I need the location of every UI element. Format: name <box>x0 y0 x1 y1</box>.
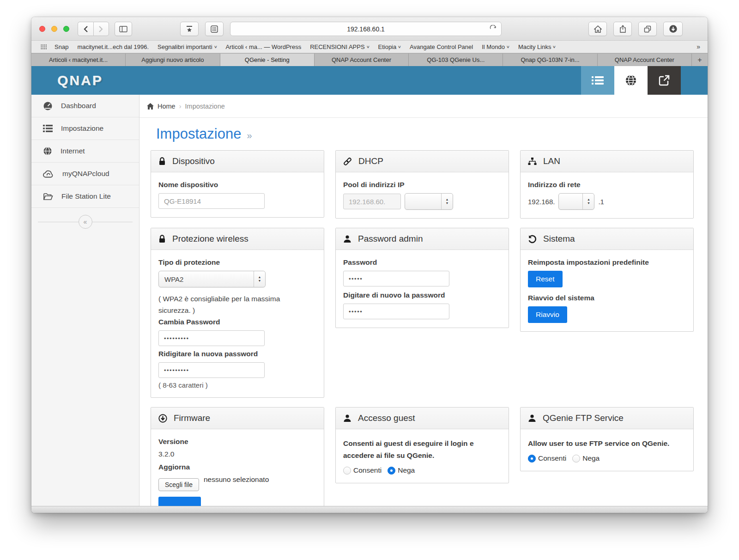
card-title: Accesso guest <box>358 413 415 423</box>
change-password-label: Cambia Password <box>158 318 316 326</box>
reload-icon[interactable] <box>489 25 497 33</box>
bookmarks-overflow-button[interactable]: » <box>697 43 700 50</box>
update-label: Aggiorna <box>158 463 316 471</box>
sidebar-item-file-station[interactable]: File Station Lite <box>31 185 139 208</box>
chevron-down-icon: ∨ <box>213 45 217 49</box>
breadcrumb-home-link[interactable]: Home <box>157 103 176 110</box>
home-icon <box>594 25 602 33</box>
user-icon <box>343 235 351 243</box>
bookmark-item[interactable]: Snap <box>55 43 68 50</box>
choose-file-button[interactable]: Scegli file <box>158 478 199 491</box>
security-note: ( WPA2 è consigliabile per la massima si… <box>158 293 297 316</box>
reboot-label: Riavvio del sistema <box>528 294 686 302</box>
back-icon <box>83 25 88 33</box>
home-button[interactable] <box>588 22 607 36</box>
sidebar-collapse-button[interactable]: « <box>79 215 92 229</box>
chevron-down-icon: ∨ <box>552 45 556 49</box>
bookmark-folder[interactable]: Il Mondo∨ <box>482 43 509 50</box>
back-button[interactable] <box>78 22 93 36</box>
header-menu-button[interactable] <box>581 66 614 95</box>
card-dispositivo: Dispositivo Nome dispositivo QG-E18914 <box>151 150 324 218</box>
reset-button[interactable]: Reset <box>528 271 563 287</box>
user-icon <box>528 414 536 422</box>
security-type-select[interactable]: WPA2 ▲▼ <box>158 271 266 287</box>
guest-allow-radio[interactable] <box>343 467 351 475</box>
reset-label: Reimposta impostazioni predefinite <box>528 258 686 267</box>
header-buttons <box>581 66 681 95</box>
list-icon <box>592 76 604 85</box>
web-page: QNAP Dashboard <box>31 66 708 506</box>
browser-tab[interactable]: Qnap QG-103N 7-in... <box>503 54 597 66</box>
grid-view-button[interactable] <box>205 22 224 36</box>
sidebar-toggle-button[interactable] <box>115 22 132 36</box>
zoom-window-button[interactable] <box>63 26 69 32</box>
header-logout-button[interactable] <box>648 66 681 95</box>
header-language-button[interactable] <box>614 66 648 95</box>
wifi-password-retype-input[interactable]: ••••••••• <box>158 362 265 378</box>
bookmark-folder[interactable]: Segnalibri importanti∨ <box>157 43 217 50</box>
bookmark-item[interactable]: Avangate Control Panel <box>410 43 473 50</box>
reboot-button[interactable]: Riavvio <box>528 306 567 323</box>
card-sistema: Sistema Reimposta impostazioni predefini… <box>520 228 694 332</box>
browser-tab[interactable]: QNAP Account Center <box>315 54 409 66</box>
share-button[interactable] <box>613 22 632 36</box>
guest-description: Consenti ai guest di eseguire il login e… <box>343 438 491 462</box>
downloads-button[interactable] <box>663 22 683 36</box>
qnap-header: QNAP <box>31 66 708 95</box>
browser-tab[interactable]: Aggiungi nuovo articolo <box>126 54 220 66</box>
card-title: DHCP <box>358 156 383 166</box>
qnap-logo: QNAP <box>57 73 103 88</box>
bookmark-item[interactable]: macitynet.it...ech dal 1996. <box>77 43 149 50</box>
bookmarks-grid-icon[interactable] <box>41 44 47 49</box>
card-lan: LAN Indirizzo di rete 192.168. ▲▼ .1 <box>520 150 694 219</box>
bookmarks-bar: Snap macitynet.it...ech dal 1996. Segnal… <box>31 41 708 53</box>
admin-password-retype-input[interactable]: ••••• <box>343 304 449 319</box>
downloads-icon <box>669 24 678 33</box>
card-title: Dispositivo <box>172 156 215 166</box>
tab-overview-button[interactable] <box>638 22 657 36</box>
bookmark-folder[interactable]: RECENSIONI APPS∨ <box>310 43 369 50</box>
ftp-allow-label: Consenti <box>538 454 566 463</box>
external-link-icon <box>658 74 670 86</box>
admin-password-input[interactable]: ••••• <box>343 271 449 286</box>
dhcp-pool-select[interactable]: ▲▼ <box>405 193 453 210</box>
lock-icon <box>158 235 166 243</box>
length-hint: ( 8-63 caratteri ) <box>158 381 316 389</box>
address-bar[interactable]: 192.168.60.1 <box>230 22 502 36</box>
card-ftp-service: QGenie FTP Service Allow user to use FTP… <box>520 407 694 471</box>
wifi-password-input[interactable]: ••••••••• <box>158 330 265 346</box>
browser-tab-active[interactable]: QGenie - Setting <box>220 54 315 66</box>
breadcrumb: Home › Impostazione <box>139 95 708 118</box>
sidebar-item-myqnapcloud[interactable]: myQNAPcloud <box>31 163 139 185</box>
bookmark-folder[interactable]: Macity Links∨ <box>518 43 556 50</box>
browser-tab[interactable]: QNAP Account Center <box>598 54 692 66</box>
forward-icon <box>98 25 103 33</box>
dhcp-pool-input[interactable]: 192.168.60. <box>343 194 401 209</box>
card-title: Protezione wireless <box>172 234 248 244</box>
favorites-button[interactable] <box>180 22 199 36</box>
url-text: 192.168.60.1 <box>347 25 385 33</box>
nav-buttons <box>78 22 109 36</box>
card-protezione-wireless: Protezione wireless Tipo di protezione W… <box>151 228 324 398</box>
chevron-down-icon: ∨ <box>398 45 401 49</box>
sidebar-item-impostazione[interactable]: Impostazione <box>31 117 139 140</box>
card-firmware: Firmware Versione 3.2.0 Aggiorna Scegli … <box>151 407 324 506</box>
browser-tab[interactable]: Articoli ‹ macitynet.it... <box>31 54 126 66</box>
new-tab-button[interactable]: + <box>692 54 708 66</box>
device-name-input[interactable]: QG-E18914 <box>158 193 265 209</box>
forward-button[interactable] <box>93 22 109 36</box>
ftp-allow-radio[interactable] <box>528 455 536 463</box>
lan-subnet-select[interactable]: ▲▼ <box>558 193 594 210</box>
minimize-window-button[interactable] <box>51 26 57 32</box>
ftp-deny-radio[interactable] <box>572 455 580 463</box>
sidebar-item-dashboard[interactable]: Dashboard <box>31 95 139 117</box>
guest-deny-radio[interactable] <box>388 467 395 475</box>
title-marker: » <box>247 130 252 141</box>
firmware-upload-button[interactable] <box>158 497 201 506</box>
close-window-button[interactable] <box>39 26 45 32</box>
sidebar-item-internet[interactable]: Internet <box>31 140 139 163</box>
download-circle-icon <box>158 414 167 423</box>
browser-tab[interactable]: QG-103 QGenie Us... <box>409 54 503 66</box>
bookmark-folder[interactable]: Etiopia∨ <box>378 43 401 50</box>
bookmark-item[interactable]: Articoli ‹ ma... — WordPress <box>225 43 301 50</box>
